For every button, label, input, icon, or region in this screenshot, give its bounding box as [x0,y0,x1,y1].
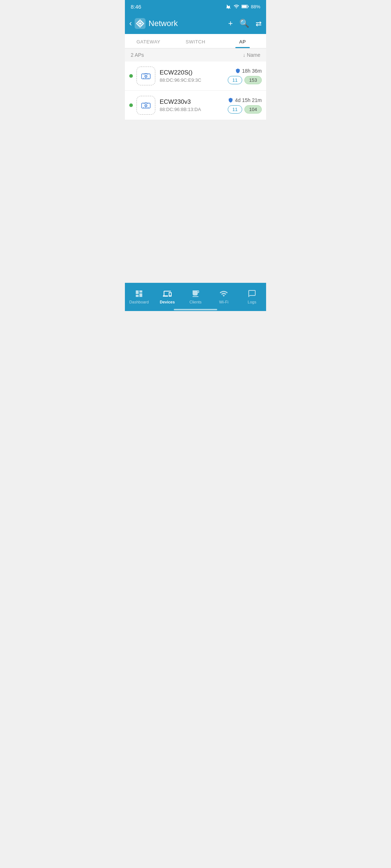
svg-point-8 [143,78,144,78]
device-badges: 11 104 [228,105,262,114]
home-indicator [125,308,266,311]
status-time: 8:46 [131,4,141,10]
svg-point-15 [146,107,146,108]
shield-icon [235,68,240,73]
list-header: 2 APs ↓ Name [125,48,266,61]
shield-icon [228,98,233,103]
tab-ap[interactable]: AP [219,34,266,48]
svg-point-10 [148,78,148,78]
home-indicator-bar [174,309,217,310]
wifi-nav-icon [219,289,228,298]
tab-switch[interactable]: SWITCH [172,34,219,48]
sort-control[interactable]: ↓ Name [243,52,260,58]
device-uptime: 18h 36m [242,68,262,74]
uptime-row: 4d 15h 21m [228,97,262,103]
nav-item-clients[interactable]: Clients [181,287,210,304]
nav-item-dashboard[interactable]: Dashboard [125,287,153,304]
svg-point-16 [148,107,148,108]
wifi-icon [234,4,239,9]
device-icon-wrapper [136,67,155,85]
svg-rect-2 [242,5,247,8]
status-bar: 8:46 88% [125,0,266,13]
device-name: ECW230v3 [160,98,228,106]
device-badges: 11 153 [228,76,262,84]
device-info: ECW220S() 88:DC:96:9C:E9:3C [160,69,228,83]
search-button[interactable]: 🔍 [239,19,249,28]
filter-button[interactable]: ⇄ [256,19,262,28]
sort-arrow: ↓ [243,52,245,58]
ap-count: 2 APs [131,52,144,58]
status-dot-online [129,103,133,107]
nav-label-clients: Clients [189,300,202,304]
uptime-row: 18h 36m [235,68,262,74]
status-dot-online [129,74,133,78]
nav-item-wifi[interactable]: Wi-Fi [210,287,238,304]
battery-percentage: 88% [251,4,260,9]
svg-point-13 [146,105,146,106]
badge-clients: 153 [244,76,262,84]
notifications-muted-icon [226,4,231,9]
nav-label-logs: Logs [248,300,256,304]
add-button[interactable]: + [228,19,233,28]
nav-label-devices: Devices [160,300,175,304]
sort-label: Name [247,52,260,58]
badge-channel: 11 [228,76,242,84]
device-uptime: 4d 15h 21m [235,97,262,103]
device-item[interactable]: ECW230v3 88:DC:96:8B:13:DA 4d 15h 21m 11… [125,91,266,120]
svg-rect-1 [248,6,249,7]
battery-icon [241,4,249,9]
app-logo [135,18,146,29]
ap-device-icon [140,70,152,82]
content-area [125,120,266,283]
devices-icon [163,289,172,298]
svg-point-9 [146,78,146,78]
header-actions: + 🔍 ⇄ [228,19,262,28]
nav-item-devices[interactable]: Devices [153,287,181,304]
tab-gateway[interactable]: GATEWAY [125,34,172,48]
dashboard-icon [134,289,144,298]
device-mac: 88:DC:96:8B:13:DA [160,107,228,112]
app-header: ‹ Network + 🔍 ⇄ [125,13,266,34]
badge-clients: 104 [244,105,262,114]
svg-point-4 [139,22,141,25]
svg-point-14 [143,107,144,108]
svg-point-7 [146,76,146,77]
device-info: ECW230v3 88:DC:96:8B:13:DA [160,98,228,112]
device-meta: 4d 15h 21m 11 104 [228,97,262,114]
device-icon-wrapper [136,96,155,115]
device-item[interactable]: ECW220S() 88:DC:96:9C:E9:3C 18h 36m 11 1… [125,61,266,91]
ap-device-icon [140,99,152,111]
back-button[interactable]: ‹ [129,19,132,28]
device-meta: 18h 36m 11 153 [228,68,262,84]
clients-icon [191,289,200,298]
page-title: Network [148,19,228,28]
device-name: ECW220S() [160,69,228,76]
nav-label-dashboard: Dashboard [129,300,149,304]
nav-label-wifi: Wi-Fi [219,300,228,304]
device-mac: 88:DC:96:9C:E9:3C [160,77,228,83]
logs-icon [247,289,257,298]
status-icons: 88% [226,4,260,9]
nav-item-logs[interactable]: Logs [238,287,266,304]
device-list: ECW220S() 88:DC:96:9C:E9:3C 18h 36m 11 1… [125,61,266,120]
badge-channel: 11 [228,105,242,114]
bottom-nav: Dashboard Devices Clients Wi-Fi Logs [125,283,266,308]
tab-bar: GATEWAY SWITCH AP [125,34,266,48]
